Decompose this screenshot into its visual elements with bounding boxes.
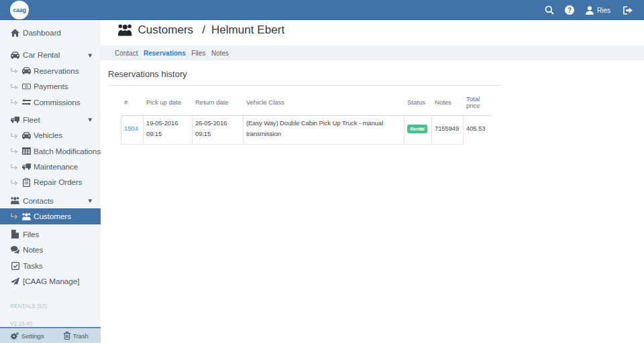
svg-text:?: ?	[568, 6, 572, 14]
